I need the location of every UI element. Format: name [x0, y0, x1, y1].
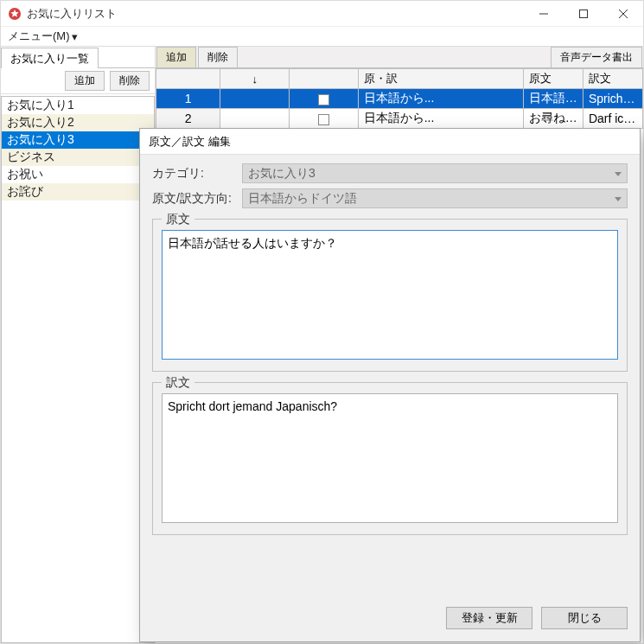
- category-label: カテゴリ:: [152, 166, 235, 182]
- menubar: メニュー(M) ▾: [1, 27, 643, 46]
- window-title: お気に入りリスト: [27, 6, 117, 22]
- translation-legend: 訳文: [162, 375, 194, 391]
- checkbox[interactable]: [318, 94, 329, 105]
- phrases-table: ↓ 原・訳 原文 訳文 1 日本語から... 日本語が話せる人はい… Sp: [156, 68, 643, 129]
- dialog-title: 原文／訳文 編集: [149, 134, 231, 150]
- list-item[interactable]: お気に入り2: [2, 114, 154, 131]
- list-item[interactable]: ビジネス: [2, 149, 154, 166]
- sidebar-toolbar: 追加 削除: [1, 68, 155, 94]
- col-sort[interactable]: ↓: [220, 69, 290, 89]
- titlebar: お気に入りリスト: [1, 1, 643, 27]
- dialog-buttons: 登録・更新 閉じる: [140, 598, 640, 641]
- tab-header: お気に入り一覧: [1, 47, 155, 68]
- maximize-button[interactable]: [564, 1, 603, 27]
- list-item[interactable]: お祝い: [2, 166, 154, 183]
- original-fieldset: 原文: [152, 219, 628, 372]
- export-audio-button[interactable]: 音声データ書出: [551, 47, 642, 67]
- add-button[interactable]: 追加: [156, 47, 196, 67]
- direction-label: 原文/訳文方向:: [152, 191, 235, 207]
- app-icon: [8, 7, 22, 21]
- close-button[interactable]: [603, 1, 643, 27]
- col-category[interactable]: 原・訳: [358, 69, 523, 89]
- col-check[interactable]: [290, 69, 359, 89]
- tab-favorites[interactable]: お気に入り一覧: [1, 48, 99, 68]
- translation-textarea[interactable]: [162, 393, 618, 523]
- sidebar-add-button[interactable]: 追加: [65, 71, 105, 91]
- col-original[interactable]: 原文: [523, 69, 583, 89]
- window-controls: [524, 1, 643, 27]
- original-legend: 原文: [162, 212, 194, 227]
- sidebar-delete-button[interactable]: 削除: [110, 71, 150, 91]
- checkbox[interactable]: [318, 114, 329, 125]
- table-row[interactable]: 1 日本語から... 日本語が話せる人はい… Spricht dort jema…: [156, 89, 643, 109]
- original-textarea[interactable]: [162, 230, 618, 360]
- svg-rect-1: [580, 10, 588, 17]
- col-translation[interactable]: 訳文: [583, 69, 642, 89]
- list-item[interactable]: お気に入り1: [2, 97, 154, 114]
- direction-select[interactable]: 日本語からドイツ語: [242, 188, 628, 208]
- list-item[interactable]: お気に入り3: [2, 131, 154, 149]
- category-select[interactable]: お気に入り3: [242, 163, 628, 183]
- edit-dialog: 原文／訳文 編集 カテゴリ: お気に入り3 原文/訳文方向: 日本語からドイツ語…: [139, 128, 641, 642]
- dialog-titlebar: 原文／訳文 編集: [140, 129, 640, 155]
- col-number[interactable]: [156, 69, 220, 89]
- menu-item[interactable]: メニュー(M) ▾: [8, 29, 78, 44]
- save-button[interactable]: 登録・更新: [446, 607, 532, 629]
- right-toolbar: 追加 削除 音声データ書出: [156, 47, 643, 68]
- translation-fieldset: 訳文: [152, 382, 628, 535]
- sidebar: お気に入り一覧 追加 削除 お気に入り1 お気に入り2 お気に入り3 ビジネス …: [1, 47, 156, 643]
- table-row[interactable]: 2 日本語から... お尋ねしてよろしいです… Darf ich Sie etw…: [156, 109, 643, 129]
- chevron-down-icon: ▾: [72, 30, 78, 43]
- list-item[interactable]: お詫び: [2, 183, 154, 201]
- favorites-list[interactable]: お気に入り1 お気に入り2 お気に入り3 ビジネス お祝い お詫び: [1, 96, 155, 643]
- minimize-button[interactable]: [524, 1, 564, 27]
- delete-button[interactable]: 削除: [198, 47, 238, 67]
- close-dialog-button[interactable]: 閉じる: [541, 607, 628, 629]
